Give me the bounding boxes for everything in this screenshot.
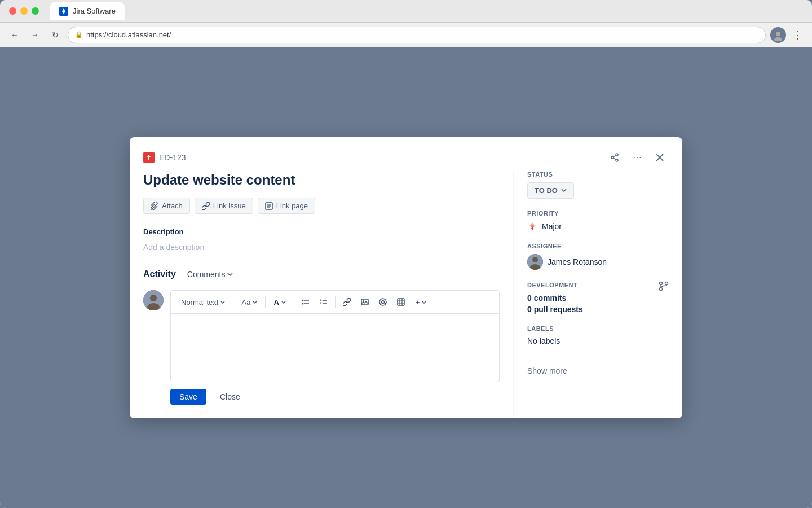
commits-count: 0: [527, 294, 532, 303]
activity-filter-dropdown[interactable]: Comments: [183, 268, 238, 281]
browser-toolbar: ← → ↻ 🔒 https://cloud.atlassian.net/ ⋮: [0, 23, 812, 47]
status-value: TO DO: [535, 186, 558, 195]
font-color-dropdown[interactable]: A: [269, 296, 290, 309]
activity-filter-label: Comments: [187, 270, 226, 279]
browser-menu-icon[interactable]: ⋮: [791, 27, 805, 43]
svg-text:2.: 2.: [320, 301, 323, 305]
svg-point-2: [774, 37, 782, 41]
numbered-list-button[interactable]: 1. 2.: [316, 294, 332, 310]
link-page-button[interactable]: Link page: [258, 198, 315, 214]
url-text: https://cloud.atlassian.net/: [86, 30, 171, 39]
tab-favicon: [59, 7, 68, 16]
modal-body: Update website content Attach: [130, 171, 682, 418]
svg-point-5: [616, 159, 618, 161]
issue-title: Update website content: [143, 171, 500, 189]
assignee-label: ASSIGNEE: [527, 243, 669, 249]
close-window-button[interactable]: [9, 7, 16, 15]
assignee-section: ASSIGNEE James Rotanson: [527, 243, 669, 270]
labels-section: LABELS No labels: [527, 325, 669, 345]
section-divider: [527, 357, 669, 357]
svg-point-4: [611, 156, 614, 159]
forward-button[interactable]: →: [27, 27, 43, 43]
lock-icon: 🔒: [75, 31, 83, 38]
labels-label: LABELS: [527, 325, 669, 332]
table-button[interactable]: [393, 294, 409, 310]
save-button[interactable]: Save: [170, 389, 206, 405]
status-dropdown[interactable]: TO DO: [527, 182, 574, 199]
traffic-lights: [9, 7, 39, 15]
share-button[interactable]: [606, 148, 624, 167]
issue-id-area: ED-123: [143, 152, 186, 163]
action-buttons: Attach Link issue: [143, 198, 500, 214]
labels-value: No labels: [527, 336, 669, 345]
svg-point-39: [660, 282, 663, 284]
attach-label: Attach: [162, 202, 183, 210]
font-color-label: A: [273, 298, 279, 306]
browser-tab[interactable]: Jira Software: [50, 2, 125, 20]
minimize-window-button[interactable]: [20, 7, 28, 15]
close-editor-button[interactable]: Close: [211, 389, 249, 405]
svg-point-37: [532, 257, 538, 262]
show-more-button[interactable]: Show more: [527, 366, 669, 375]
separator-4: [335, 296, 336, 308]
image-button[interactable]: [357, 294, 373, 310]
modal-right-panel: STATUS TO DO PRIORITY: [513, 171, 682, 418]
commits-stat: 0 commits: [527, 294, 669, 303]
svg-point-40: [665, 282, 668, 284]
maximize-window-button[interactable]: [32, 7, 39, 15]
font-size-dropdown[interactable]: Aa: [237, 296, 262, 309]
modal-header-actions: ⋯: [606, 148, 669, 167]
more-options-button[interactable]: ⋯: [628, 148, 646, 167]
comment-editor: Normal text Aa: [170, 290, 500, 382]
reload-button[interactable]: ↻: [47, 27, 63, 43]
separator-2: [265, 296, 266, 308]
more-formatting-button[interactable]: +: [411, 296, 431, 309]
svg-point-17: [150, 295, 157, 301]
tab-title: Jira Software: [73, 7, 116, 15]
back-button[interactable]: ←: [7, 27, 23, 43]
link-issue-button[interactable]: Link issue: [195, 198, 253, 214]
bullet-list-button[interactable]: [298, 294, 314, 310]
svg-line-7: [614, 158, 616, 160]
assignee-name: James Rotanson: [548, 257, 607, 266]
activity-header: Activity Comments: [143, 268, 500, 281]
svg-point-21: [302, 303, 303, 305]
page-content: ED-123 ⋯: [0, 47, 812, 508]
mention-button[interactable]: [375, 294, 391, 310]
status-section: STATUS TO DO: [527, 171, 669, 199]
editor-content[interactable]: [171, 314, 499, 382]
issue-type-icon: [143, 152, 155, 163]
text-style-dropdown[interactable]: Normal text: [176, 296, 230, 309]
attach-button[interactable]: Attach: [143, 198, 190, 214]
profile-avatar[interactable]: [770, 27, 786, 43]
status-label: STATUS: [527, 171, 669, 178]
description-input[interactable]: Add a description: [143, 240, 500, 254]
svg-point-29: [379, 299, 386, 305]
separator-3: [294, 296, 294, 308]
assignee-area: James Rotanson: [527, 254, 669, 270]
link-button[interactable]: [339, 294, 355, 310]
create-branch-icon[interactable]: [659, 281, 669, 294]
close-modal-button[interactable]: [651, 148, 669, 167]
link-issue-label: Link issue: [213, 202, 246, 210]
editor-cursor: [178, 319, 178, 330]
separator-1: [233, 296, 233, 308]
commits-label: commits: [534, 294, 567, 303]
editor-actions: Save Close: [170, 389, 500, 405]
issue-modal: ED-123 ⋯: [130, 137, 682, 418]
pull-requests-label: pull requests: [534, 305, 583, 314]
pull-requests-count: 0: [527, 305, 532, 314]
assignee-avatar: [527, 254, 543, 270]
priority-value-area: Major: [527, 221, 669, 231]
activity-section: Activity Comments: [143, 268, 500, 405]
development-label: DEVELOPMENT: [527, 282, 577, 288]
svg-rect-31: [398, 299, 404, 305]
development-header: DEVELOPMENT: [527, 281, 669, 294]
link-page-label: Link page: [276, 202, 308, 210]
pull-requests-stat: 0 pull requests: [527, 305, 669, 314]
font-size-label: Aa: [241, 298, 250, 306]
priority-value: Major: [542, 222, 562, 231]
svg-point-19: [302, 300, 303, 301]
editor-wrapper: Normal text Aa: [170, 290, 500, 405]
address-bar[interactable]: 🔒 https://cloud.atlassian.net/: [68, 27, 766, 43]
